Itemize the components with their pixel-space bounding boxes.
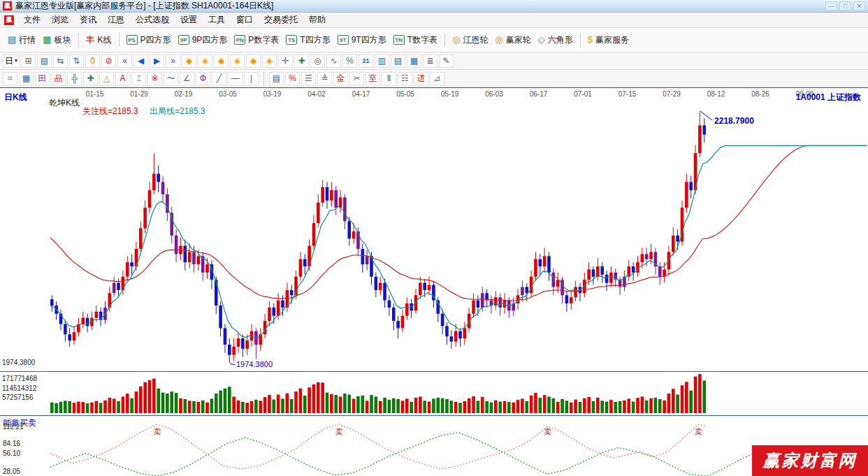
last-page-icon[interactable]: »	[166, 55, 180, 68]
text-tool-icon[interactable]: A	[115, 72, 130, 85]
triangle-tool-icon[interactable]: △	[99, 72, 114, 85]
gann-square-icon[interactable]: 田	[35, 72, 50, 85]
indicator-chart-svg[interactable]: 卖卖卖卖	[0, 416, 868, 476]
volume-scale-3: 57257156	[2, 394, 34, 401]
toolbar-separator	[580, 33, 581, 47]
menu-item-9[interactable]: 帮助	[303, 13, 331, 27]
toolbar-button-江恩轮[interactable]: ◎江恩轮	[449, 32, 491, 48]
add-line-icon[interactable]: ✚	[83, 72, 98, 85]
period-day-selector[interactable]: 日▾	[3, 55, 20, 68]
menu-item-7[interactable]: 窗口	[231, 13, 259, 27]
volume-indicator-separator	[0, 415, 868, 416]
indicator-scale-2: 84.16	[3, 440, 20, 447]
赢家服务-icon: $	[588, 35, 593, 45]
menu-item-8[interactable]: 交易委托	[259, 13, 303, 27]
swap-vertical-icon[interactable]: ⇅	[69, 55, 84, 68]
toolbar-button-label: 行情	[19, 34, 36, 46]
square-nine-icon[interactable]: 品	[51, 72, 66, 85]
menu-item-3[interactable]: 江恩	[102, 13, 130, 27]
symbol-label: 1A0001 上证指数	[796, 92, 861, 103]
toolbar-separator	[119, 33, 120, 47]
gann-tool-icon-5[interactable]: ◆	[246, 55, 261, 68]
chart-area: 01-1501-2902-1903-0503-1904-0204-1705-05…	[0, 87, 868, 476]
ruler-icon[interactable]: ⌶	[131, 72, 146, 85]
app-icon: 赢	[4, 15, 14, 25]
menu-item-5[interactable]: 设置	[175, 13, 203, 27]
menu-item-6[interactable]: 工具	[203, 13, 231, 27]
menu-lines-icon[interactable]: ☰	[301, 72, 316, 85]
parallel-icon[interactable]: Ⅱ	[382, 72, 396, 85]
gann-tool-icon-1[interactable]: ◆	[182, 55, 196, 68]
chart-columns-icon[interactable]: ▥	[375, 55, 389, 68]
toolbar-button-赢家服务[interactable]: $赢家服务	[584, 32, 632, 48]
toolbar-button-label: P数字表	[248, 34, 279, 46]
menu-item-4[interactable]: 公式选股	[130, 13, 175, 27]
gann-tool-icon-3[interactable]: ◆	[214, 55, 229, 68]
price-chart-svg[interactable]: 2218.79001974.3800	[0, 88, 868, 372]
grid-icon[interactable]: ⊞	[21, 55, 36, 68]
wedge-icon[interactable]: ⊿	[430, 72, 444, 85]
toolbar-button-P数字表[interactable]: PNP数字表	[231, 32, 282, 48]
advance-icon[interactable]: 进	[414, 72, 428, 85]
gold-ratio-icon[interactable]: 金	[333, 72, 348, 85]
zoom-icon[interactable]: ◎	[310, 55, 325, 68]
cross-grid-icon[interactable]: ╬	[67, 72, 82, 85]
hash-grid-icon[interactable]: ⌗	[3, 72, 17, 85]
overlay-kline-label[interactable]: 乾坤K线	[49, 97, 80, 109]
toolbar-button-K线[interactable]: 丰K线	[82, 32, 115, 48]
toolbar-button-赢家轮[interactable]: ◎赢家轮	[491, 32, 534, 48]
gann-tool-icon-2[interactable]: ◈	[198, 55, 212, 68]
P四方形-icon: PS	[126, 35, 138, 45]
volume-chart-svg[interactable]	[0, 372, 868, 415]
menu-item-0[interactable]: 文件	[18, 13, 46, 27]
menu-bar: 赢 文件浏览资讯江恩公式选股设置工具窗口交易委托帮助	[0, 13, 868, 28]
close-button[interactable]: ✕	[853, 1, 865, 10]
draw-icon[interactable]: ✎	[439, 55, 454, 68]
menu-item-1[interactable]: 浏览	[46, 13, 74, 27]
menu-item-2[interactable]: 资讯	[74, 13, 102, 27]
wave-icon[interactable]: ∿	[326, 55, 341, 68]
next-icon[interactable]: ▶	[150, 55, 164, 68]
list-icon[interactable]: ≣	[423, 55, 437, 68]
percent-icon[interactable]: %	[342, 55, 357, 68]
measure-icon[interactable]: ≜	[317, 72, 332, 85]
toolbar-button-9P四方形[interactable]: 9P9P四方形	[175, 32, 231, 48]
fibonacci-icon[interactable]: Φ	[196, 72, 210, 85]
gann-tool-icon-4[interactable]: ◈	[230, 55, 245, 68]
plus-icon[interactable]: ✚	[294, 55, 309, 68]
marker-icon[interactable]: ※	[147, 72, 162, 85]
chart-rows-icon[interactable]: ▤	[391, 55, 405, 68]
percent-tool-icon[interactable]: %	[285, 72, 300, 85]
trendline-icon[interactable]: ╱	[212, 72, 226, 85]
horizontal-line-icon[interactable]: ―	[228, 72, 243, 85]
first-page-icon[interactable]: «	[117, 55, 132, 68]
minimize-button[interactable]: —	[825, 1, 837, 10]
trigram-icon[interactable]: ☷	[398, 72, 412, 85]
toolbar-button-行情[interactable]: ▤行情	[4, 32, 39, 48]
maximize-button[interactable]: □	[839, 1, 851, 10]
stats-icon[interactable]: ▤	[269, 72, 284, 85]
angle-tool-icon[interactable]: ∠	[180, 72, 194, 85]
wave-line-icon[interactable]: 〜	[164, 72, 178, 85]
toolbar-button-P四方形[interactable]: PSP四方形	[123, 32, 175, 48]
crosshair-icon[interactable]: ✛	[278, 55, 293, 68]
disable-icon[interactable]: ⊘	[101, 55, 116, 68]
toolbar-button-T四方形[interactable]: TST四方形	[282, 32, 333, 48]
toolbar-button-T数字表[interactable]: TNT数字表	[390, 32, 441, 48]
toolbar-button-板块[interactable]: ▦板块	[39, 32, 74, 48]
toolbar-button-label: 江恩轮	[463, 34, 488, 46]
chart-grid-icon[interactable]: ▦	[407, 55, 421, 68]
vertical-line-icon[interactable]: |	[244, 72, 259, 85]
prev-icon[interactable]: ◀	[133, 55, 148, 68]
calendar-21-icon[interactable]: 21	[359, 55, 373, 68]
swap-horizontal-icon[interactable]: ⇆	[53, 55, 68, 68]
extend-icon[interactable]: 至	[366, 72, 380, 85]
cut-icon[interactable]: ✂	[349, 72, 364, 85]
toolbar-button-六角形[interactable]: ◇六角形	[535, 32, 577, 48]
zero-icon[interactable]: 0	[85, 55, 100, 68]
panel-icon[interactable]: ▤	[37, 55, 52, 68]
gann-tool-icon-6[interactable]: ◈	[262, 55, 277, 68]
toolbar-button-label: T四方形	[300, 34, 330, 46]
toolbar-button-9T四方形[interactable]: 9T9T四方形	[334, 32, 390, 48]
square-grid-icon[interactable]: ▦	[19, 72, 34, 85]
